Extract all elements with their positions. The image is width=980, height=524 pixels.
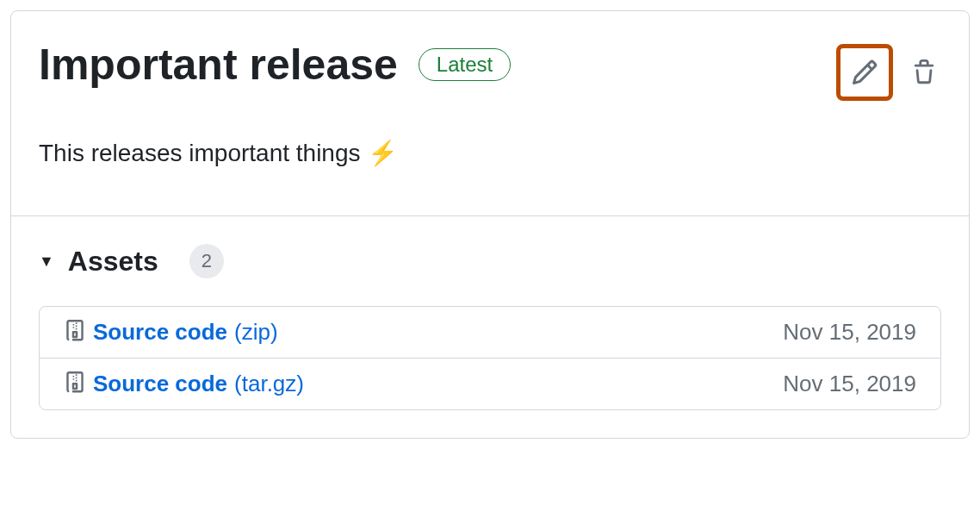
assets-section: ▼ Assets 2 Source code (zip) Nov 15, 201… xyxy=(11,216,969,438)
lightning-emoji: ⚡ xyxy=(368,139,398,167)
release-card: Important release Latest This releases i… xyxy=(10,10,970,439)
release-title: Important release xyxy=(39,39,398,90)
trash-icon xyxy=(911,59,937,85)
assets-heading: Assets xyxy=(68,246,158,278)
assets-toggle[interactable]: ▼ Assets 2 xyxy=(39,244,941,278)
asset-date: Nov 15, 2019 xyxy=(783,319,916,346)
release-actions xyxy=(836,44,941,101)
asset-ext: (zip) xyxy=(234,319,278,346)
description-text: This releases important things xyxy=(39,140,361,167)
release-description: This releases important things ⚡ xyxy=(11,101,969,215)
asset-link[interactable]: Source code (zip) xyxy=(64,319,278,346)
asset-link[interactable]: Source code (tar.gz) xyxy=(64,371,304,397)
delete-button[interactable] xyxy=(907,55,941,90)
asset-row[interactable]: Source code (zip) Nov 15, 2019 xyxy=(40,307,940,359)
latest-badge: Latest xyxy=(419,48,511,81)
asset-list: Source code (zip) Nov 15, 2019 Source co… xyxy=(39,306,941,410)
asset-date: Nov 15, 2019 xyxy=(783,371,916,397)
asset-name: Source code xyxy=(93,319,227,346)
pencil-icon xyxy=(851,59,878,86)
release-header: Important release Latest xyxy=(11,11,969,101)
file-zip-icon xyxy=(64,371,86,397)
file-zip-icon xyxy=(64,320,86,346)
assets-count-badge: 2 xyxy=(189,244,224,278)
asset-row[interactable]: Source code (tar.gz) Nov 15, 2019 xyxy=(40,359,940,409)
asset-name: Source code xyxy=(93,371,227,397)
asset-ext: (tar.gz) xyxy=(234,371,304,397)
caret-down-icon: ▼ xyxy=(39,253,54,271)
title-wrap: Important release Latest xyxy=(39,39,511,90)
edit-button[interactable] xyxy=(836,44,893,101)
